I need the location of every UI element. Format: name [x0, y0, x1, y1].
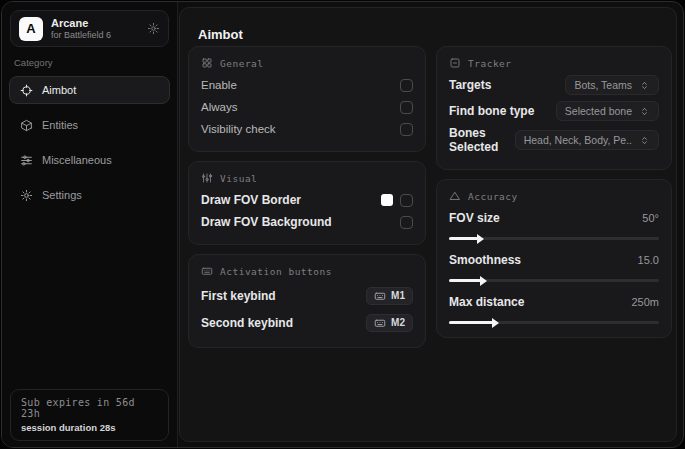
general-card: General Enable Always Visibility check [188, 46, 426, 152]
keyboard-icon [374, 317, 386, 329]
slider-label-row: Max distance 250m [449, 291, 659, 313]
left-column: General Enable Always Visibility check [188, 46, 426, 357]
setting-row-targets: Targets Bots, Teams [449, 74, 659, 96]
square-minus-icon [449, 57, 461, 69]
setting-row-second-keybind: Second keybind M2 [201, 309, 413, 336]
enable-checkbox[interactable] [400, 79, 413, 92]
second-keybind-button[interactable]: M2 [366, 314, 413, 332]
setting-row-enable: Enable [201, 74, 413, 96]
accuracy-card: Accuracy FOV size 50° Smoothne [436, 179, 672, 338]
section-title: Activation buttons [220, 266, 332, 277]
slider-fill [449, 237, 478, 240]
slider-value: 250m [631, 296, 659, 308]
keybind-value: M2 [391, 317, 405, 328]
visual-card: Visual Draw FOV Border Draw FOV Backgrou… [188, 161, 426, 245]
sidebar-item-settings[interactable]: Settings [9, 181, 170, 209]
page-title: Aimbot [198, 27, 243, 42]
slider-fill [449, 279, 481, 282]
setting-label: First keybind [201, 289, 276, 303]
setting-row-first-keybind: First keybind M1 [201, 282, 413, 309]
app-subtitle: for Battlefield 6 [51, 30, 111, 41]
app-window: A Arcane for Battlefield 6 Category Aimb… [1, 1, 684, 448]
bones-selected-dropdown[interactable]: Head, Neck, Body, Pe.. [515, 130, 659, 150]
setting-label: Draw FOV Background [201, 215, 332, 229]
sidebar: A Arcane for Battlefield 6 Category Aimb… [2, 2, 178, 447]
sidebar-item-miscellaneous[interactable]: Miscellaneous [9, 146, 170, 174]
section-title: Tracker [468, 58, 512, 69]
draw-fov-border-checkbox[interactable] [400, 194, 413, 207]
general-section-header: General [201, 57, 413, 69]
section-title: General [220, 58, 264, 69]
find-bone-type-dropdown[interactable]: Selected bone [556, 101, 659, 121]
unfold-icon [639, 135, 650, 146]
fov-border-color-swatch[interactable] [381, 194, 393, 206]
visibility-check-checkbox[interactable] [400, 123, 413, 136]
tune-icon [201, 172, 213, 184]
fov-size-slider-group: FOV size 50° [449, 207, 659, 240]
setting-label: Enable [201, 79, 237, 91]
slider-thumb[interactable] [492, 318, 499, 328]
setting-row-draw-fov-background: Draw FOV Background [201, 211, 413, 233]
sliders-icon [20, 154, 33, 167]
sidebar-item-aimbot[interactable]: Aimbot [9, 76, 170, 104]
slider-label-row: Smoothness 15.0 [449, 249, 659, 271]
draw-fov-background-checkbox[interactable] [400, 216, 413, 229]
activation-card: Activation buttons First keybind M1 Seco… [188, 254, 426, 348]
section-title: Accuracy [468, 191, 518, 202]
unfold-icon [639, 106, 650, 117]
crosshair-icon [20, 84, 33, 97]
triangle-icon [449, 190, 461, 202]
setting-label: Max distance [449, 295, 524, 309]
app-title-block: Arcane for Battlefield 6 [51, 17, 111, 41]
setting-label: Visibility check [201, 123, 276, 135]
max-distance-slider[interactable] [449, 321, 659, 324]
sidebar-item-label: Aimbot [42, 84, 76, 96]
slider-value: 15.0 [638, 254, 659, 266]
tracker-card: Tracker Targets Bots, Teams Find bone ty… [436, 46, 672, 170]
activation-section-header: Activation buttons [201, 265, 413, 277]
setting-label: Bones Selected [449, 126, 515, 154]
sub-expiry-text: Sub expires in 56d 23h [21, 397, 158, 419]
sidebar-item-entities[interactable]: Entities [9, 111, 170, 139]
main-panel: Aimbot General Enable Always [179, 7, 677, 442]
smoothness-slider[interactable] [449, 279, 659, 282]
setting-row-visibility-check: Visibility check [201, 118, 413, 140]
slider-label-row: FOV size 50° [449, 207, 659, 229]
right-column: Tracker Targets Bots, Teams Find bone ty… [436, 46, 672, 347]
slider-thumb[interactable] [477, 234, 484, 244]
always-checkbox[interactable] [400, 101, 413, 114]
first-keybind-button[interactable]: M1 [366, 287, 413, 305]
subscription-info-card: Sub expires in 56d 23h session duration … [10, 389, 169, 441]
setting-label: FOV size [449, 211, 500, 225]
setting-label: Always [201, 101, 237, 113]
setting-label: Targets [449, 78, 491, 92]
dropdown-value: Selected bone [565, 105, 632, 117]
setting-row-draw-fov-border: Draw FOV Border [201, 189, 413, 211]
setting-label: Find bone type [449, 104, 534, 118]
setting-label: Smoothness [449, 253, 521, 267]
slider-thumb[interactable] [480, 276, 487, 286]
setting-row-always: Always [201, 96, 413, 118]
grid-icon [201, 57, 213, 69]
dropdown-value: Bots, Teams [574, 79, 632, 91]
gear-icon[interactable] [147, 22, 160, 35]
setting-label: Second keybind [201, 316, 293, 330]
smoothness-slider-group: Smoothness 15.0 [449, 249, 659, 282]
keybind-value: M1 [391, 290, 405, 301]
dropdown-value: Head, Neck, Body, Pe.. [524, 134, 632, 146]
gear-icon [20, 189, 33, 202]
fov-size-slider[interactable] [449, 237, 659, 240]
section-title: Visual [220, 173, 257, 184]
tracker-section-header: Tracker [449, 57, 659, 69]
setting-row-bones-selected: Bones Selected Head, Neck, Body, Pe.. [449, 126, 659, 154]
app-logo: A [19, 17, 43, 41]
app-header-card: A Arcane for Battlefield 6 [10, 10, 169, 47]
accuracy-section-header: Accuracy [449, 190, 659, 202]
keyboard-icon [201, 265, 213, 277]
sidebar-item-label: Entities [42, 119, 78, 131]
targets-dropdown[interactable]: Bots, Teams [565, 75, 659, 95]
session-duration-text: session duration 28s [21, 422, 158, 433]
setting-row-find-bone-type: Find bone type Selected bone [449, 100, 659, 122]
category-label: Category [14, 57, 165, 68]
box-icon [20, 119, 33, 132]
